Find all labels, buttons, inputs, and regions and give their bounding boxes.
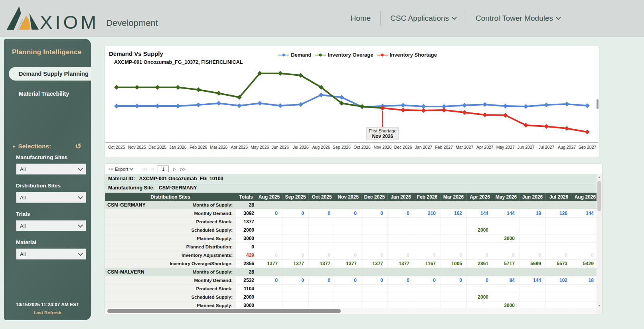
legend-marker-icon (278, 53, 289, 57)
row-header-cell: Inventory Overage/Shortage: (105, 260, 236, 268)
nav-item-csc-applications[interactable]: CSC Applications (390, 14, 456, 23)
column-header-may-2026[interactable]: May 2026 (493, 193, 520, 201)
selections-arrow-icon: ▸ (13, 143, 16, 149)
chart-scrollbar-thumb[interactable] (597, 99, 599, 109)
sidebar-item-label: Material Tracebility (19, 91, 69, 97)
cell-month-value (309, 234, 335, 242)
legend-label: Inventory Overage (328, 52, 373, 58)
cell-month-value (467, 301, 493, 308)
cell-month-value (309, 285, 335, 293)
svg-text:Dec 2025: Dec 2025 (148, 145, 166, 150)
cell-month-value (572, 234, 597, 242)
nav-separator (380, 11, 381, 26)
chevron-down-icon (78, 194, 83, 199)
svg-text:May 2026: May 2026 (251, 145, 269, 150)
column-header-nov-2025[interactable]: Nov 2025 (335, 193, 362, 201)
cell-month-value (414, 226, 441, 234)
sidebar-item-material-tracebility[interactable]: Material Tracebility (19, 91, 91, 97)
table-row: Produced Stock:1104 (105, 285, 597, 293)
table-header-row: Distribution SitesTotalsAug 2025Sep 2025… (105, 193, 597, 201)
cell-month-value (493, 285, 520, 293)
cell-month-value (388, 268, 414, 276)
cell-month-value: 0 (414, 276, 441, 284)
vertical-scrollbar[interactable]: ▲ ▼ (597, 174, 602, 308)
row-header-cell: Planned Supply: (105, 301, 236, 308)
sidebar-title: Planning Intelligence (4, 39, 91, 56)
top-header-bar: XIOM Development HomeCSC ApplicationsCon… (0, 0, 644, 37)
page-number-input[interactable]: 1 (158, 165, 169, 172)
legend-item-demand[interactable]: Demand (278, 52, 311, 58)
cell-month-value (256, 226, 282, 234)
chart-title: Demand Vs Supply (109, 50, 163, 57)
column-header-aug-2025[interactable]: Aug 2025 (256, 193, 282, 201)
column-header-mar-2026[interactable]: Mar 2026 (441, 193, 467, 201)
cell-month-value (546, 243, 572, 251)
select-trials[interactable]: All (16, 220, 86, 231)
cell-month-value (546, 218, 572, 226)
select-value: All (20, 166, 26, 172)
cell-month-value (309, 268, 335, 276)
svg-text:Jul 2027: Jul 2027 (538, 145, 554, 150)
cell-month-value: 102 (546, 276, 572, 284)
cell-month-value (335, 218, 362, 226)
svg-text:Jun 2026: Jun 2026 (272, 145, 289, 150)
app-logo[interactable]: XIOM Development (6, 6, 158, 31)
select-material[interactable]: All (16, 248, 86, 260)
sidebar-item-demand-supply-planning[interactable]: Demand Supply Planning (9, 67, 91, 81)
sidebar: Planning Intelligence Demand Supply Plan… (4, 39, 91, 320)
select-distribution-sites[interactable]: All (16, 192, 86, 203)
demand-supply-chart: First ShortageNov 2026Oct 2025Nov 2025De… (105, 63, 599, 158)
cell-month-value: 84 (493, 276, 520, 284)
nav-item-control-tower-modules[interactable]: Control Tower Modules (476, 14, 560, 23)
filter-label: Distribution Sites (16, 183, 86, 189)
column-header-dec-2025[interactable]: Dec 2025 (362, 193, 388, 201)
prev-page-button[interactable]: ◁ (151, 167, 153, 171)
next-page-button[interactable]: ▷ (173, 167, 176, 171)
cell-total: 2000 (236, 226, 256, 234)
scroll-up-icon[interactable]: ▲ (597, 174, 602, 179)
horizontal-scrollbar[interactable] (105, 308, 597, 314)
scroll-down-icon[interactable]: ▼ (597, 303, 602, 308)
cell-month-value (256, 201, 282, 209)
cell-month-value (309, 226, 335, 234)
cell-total: 2856 (236, 260, 256, 268)
first-page-button[interactable]: ◁◁ (141, 167, 146, 171)
vertical-scrollbar-thumb[interactable] (597, 181, 601, 211)
cell-month-value (309, 201, 335, 209)
column-header-feb-2026[interactable]: Feb 2026 (414, 193, 441, 201)
column-header-oct-2025[interactable]: Oct 2025 (309, 193, 335, 201)
last-refresh-block: 10/15/2025 11:24:07 AM EST Last Refresh (4, 302, 91, 315)
cell-month-value (441, 201, 467, 209)
cell-row-label: Planned Supply: (197, 303, 233, 308)
column-header-totals[interactable]: Totals (236, 193, 256, 201)
cell-row-label: Months of Supply: (193, 270, 233, 274)
legend-item-inventory-shortage[interactable]: Inventory Shortage (377, 52, 437, 58)
column-header-jun-2026[interactable]: Jun 2026 (520, 193, 546, 201)
column-header-jul-2026[interactable]: Jul 2026 (546, 193, 572, 201)
cell-month-value: 0 (441, 276, 467, 284)
cell-month-value (572, 226, 597, 234)
export-button[interactable]: ↦ Export (109, 166, 133, 172)
cell-month-value (546, 293, 572, 301)
cell-month-value (309, 301, 335, 308)
legend-marker-icon (377, 53, 388, 57)
last-page-button[interactable]: ▷▷ (180, 167, 185, 171)
cell-month-value: 0 (520, 251, 546, 259)
cell-month-value (388, 285, 414, 293)
nav-item-home[interactable]: Home (351, 14, 371, 23)
cell-month-value (520, 285, 546, 293)
cell-month-value (282, 301, 309, 308)
column-header-distribution-sites[interactable]: Distribution Sites (105, 193, 236, 201)
horizontal-scrollbar-thumb[interactable] (107, 309, 341, 313)
legend-item-inventory-overage[interactable]: Inventory Overage (315, 52, 373, 58)
cell-month-value (414, 293, 441, 301)
column-header-apr-2026[interactable]: Apr 2026 (467, 193, 493, 201)
column-header-sep-2025[interactable]: Sep 2025 (282, 193, 309, 201)
cell-month-value (572, 285, 597, 293)
select-manufacturing-sites[interactable]: All (16, 164, 86, 175)
cell-row-label: Scheduled Supply: (191, 228, 233, 232)
column-header-aug-2026[interactable]: Aug 2026 (572, 193, 597, 201)
manufacturing-site-label: Manufacturing Site: (108, 185, 155, 191)
column-header-jan-2026[interactable]: Jan 2026 (388, 193, 414, 201)
reset-filters-icon[interactable]: ↺ (75, 142, 81, 150)
